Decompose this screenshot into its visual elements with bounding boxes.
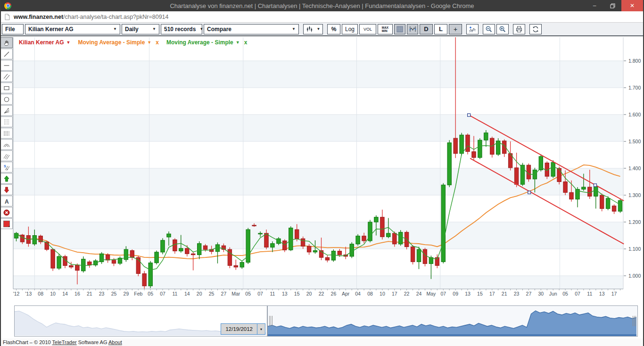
crosshair-button[interactable]: + (449, 24, 462, 34)
chevron-down-icon: ▼ (317, 27, 321, 31)
maxmin-button[interactable]: MAXMIN (378, 24, 393, 34)
add-indicator-button[interactable] (466, 24, 479, 34)
sell-arrow-tool[interactable] (0, 184, 13, 195)
svg-text:08: 08 (38, 291, 43, 297)
fan-lines-icon (3, 107, 10, 115)
chart-type-select[interactable]: ▼ (303, 24, 323, 34)
chart-navigator-zone: 12/19/2012 ▼ (0, 302, 644, 338)
pan-tool[interactable] (0, 37, 13, 48)
chevron-down-icon[interactable]: ▼ (236, 40, 240, 45)
legend-close-x[interactable]: x (244, 39, 248, 46)
svg-text:24: 24 (416, 291, 422, 297)
svg-text:1.800: 1.800 (628, 58, 641, 64)
ellipse-tool[interactable] (0, 94, 13, 105)
file-menu-button[interactable]: File (2, 24, 24, 34)
svg-text:10: 10 (50, 291, 56, 297)
period-select[interactable]: Daily▼ (122, 24, 159, 34)
grid-toggle-button[interactable] (394, 24, 405, 34)
svg-text:21: 21 (87, 291, 92, 297)
line-mode-button[interactable]: L (434, 24, 447, 34)
url-domain: www.finanzen.net (14, 14, 63, 20)
svg-text:22: 22 (404, 291, 410, 297)
trendline-tool[interactable] (0, 49, 13, 59)
parallel-channel-tool[interactable] (0, 71, 13, 82)
delete-drawings-tool[interactable] (0, 207, 13, 218)
chevron-down-icon[interactable]: ▼ (257, 324, 265, 334)
start-date-picker[interactable]: 12/19/2012 ▼ (221, 323, 265, 335)
svg-text:07: 07 (575, 291, 580, 297)
fit-chart-button[interactable] (407, 24, 418, 34)
buy-arrow-tool[interactable] (0, 173, 13, 184)
zoom-out-button[interactable] (483, 24, 495, 34)
restore-button[interactable] (603, 0, 621, 11)
chevron-down-icon: ▼ (292, 27, 296, 31)
close-button[interactable]: ✕ (621, 0, 643, 11)
svg-text:11: 11 (587, 291, 592, 297)
svg-text:15: 15 (294, 291, 300, 297)
legend-item-1[interactable]: Moving Average - Simple▼x (78, 39, 159, 46)
add-indicator-icon (469, 25, 476, 33)
navigator-unselected-range[interactable]: 12/19/2012 ▼ (15, 306, 268, 336)
url-bar[interactable]: www.finanzen.net/chart-analyse/ta-chart.… (0, 11, 644, 23)
svg-text:30: 30 (538, 291, 544, 297)
horizontal-line-tool[interactable] (0, 60, 13, 71)
volume-button[interactable]: VOL (359, 24, 376, 34)
color-picker-swatch[interactable] (0, 218, 13, 229)
red-swatch-icon (3, 220, 10, 228)
svg-text:07: 07 (257, 291, 263, 297)
teletrader-link[interactable]: TeleTrader (52, 339, 77, 345)
footer: FlashChart – © 2010 TeleTrader Software … (0, 338, 644, 346)
range-drag-handle-right[interactable] (633, 316, 636, 326)
range-drag-handle-left[interactable] (269, 316, 272, 326)
zoom-in-icon (499, 25, 506, 33)
fibonacci-retracement-tool[interactable] (0, 128, 13, 139)
standard-deviation-tool[interactable]: S (0, 162, 13, 173)
legend-item-0[interactable]: Kilian Kerner AG▼ (19, 39, 71, 46)
log-scale-button[interactable]: Log (342, 24, 358, 34)
legend-item-2[interactable]: Moving Average - Simple▼x (166, 39, 247, 46)
compare-select[interactable]: Compare▼ (204, 24, 299, 34)
day-mode-button[interactable]: D (420, 24, 433, 34)
ellipse-icon (3, 96, 10, 103)
svg-text:05: 05 (562, 291, 568, 297)
svg-text:S: S (4, 164, 6, 168)
fibonacci-timezones-tool[interactable] (0, 116, 13, 127)
minimize-button[interactable]: – (586, 0, 603, 11)
printer-icon (515, 25, 523, 33)
svg-text:'13: '13 (25, 291, 32, 297)
symbol-select[interactable]: Kilian Kerner AG▼ (25, 24, 120, 34)
svg-text:23: 23 (514, 291, 520, 297)
svg-text:11: 11 (172, 291, 177, 297)
zoom-in-button[interactable] (496, 24, 509, 34)
about-link[interactable]: About (108, 339, 122, 345)
legend-close-x[interactable]: x (156, 39, 159, 46)
speed-lines-tool[interactable] (0, 150, 13, 161)
svg-text:1.200: 1.200 (628, 219, 641, 225)
svg-text:08: 08 (367, 291, 373, 297)
refresh-button[interactable] (529, 24, 542, 34)
rectangle-tool[interactable] (0, 82, 13, 93)
svg-text:Feb: Feb (134, 291, 142, 297)
chrome-logo-icon (4, 2, 11, 9)
chevron-down-icon[interactable]: ▼ (147, 40, 151, 45)
records-select[interactable]: 510 records▼ (161, 24, 202, 34)
svg-text:20: 20 (197, 291, 202, 297)
candlestick-chart[interactable]: 1.8001.7001.6001.5001.4001.3001.2001.100… (13, 37, 641, 297)
fibonacci-arcs-tool[interactable] (0, 139, 13, 150)
svg-text:20: 20 (306, 291, 312, 297)
chart-toolbar: File Kilian Kerner AG▼ Daily▼ 510 record… (0, 23, 644, 36)
svg-text:1.000: 1.000 (628, 273, 641, 279)
chevron-down-icon[interactable]: ▼ (66, 40, 71, 45)
svg-text:Jun: Jun (549, 291, 557, 297)
percent-scale-button[interactable]: % (327, 24, 340, 34)
s-hatch-icon: S (3, 164, 10, 171)
svg-text:22: 22 (319, 291, 324, 297)
svg-text:1.400: 1.400 (628, 165, 641, 171)
navigator-selected-range[interactable] (268, 306, 637, 336)
chart-plot-area[interactable]: 1.8001.7001.6001.5001.4001.3001.2001.100… (0, 36, 644, 302)
print-button[interactable] (513, 24, 525, 34)
fibonacci-fan-tool[interactable] (0, 105, 13, 116)
text-annotation-tool[interactable]: A (0, 196, 13, 206)
parallel-lines-icon (3, 73, 10, 81)
svg-text:29: 29 (124, 291, 129, 297)
